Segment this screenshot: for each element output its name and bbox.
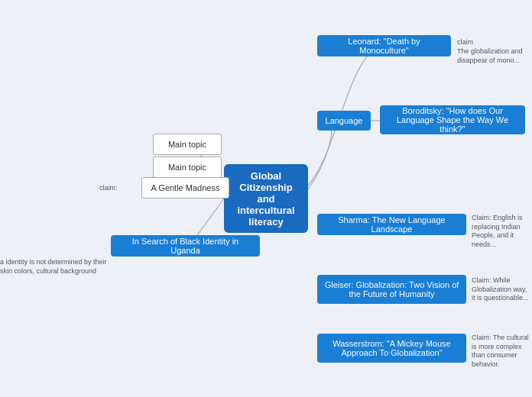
boroditsky-label: Boroditsky: "How does Our Language Shape… (386, 106, 519, 134)
gleiser-claim: Claim: While Globalization way, it is qu… (472, 276, 532, 303)
main-topic-1-label: Main topic (168, 140, 206, 149)
wasserstrom-claim: Claim: The cultural is more complex than… (472, 334, 532, 370)
gentle-madness-claim-label: claim: (99, 184, 118, 192)
main-topic-1[interactable]: Main topic (153, 134, 222, 155)
leonard-claim: The globalization and disappear of mono.… (457, 47, 532, 65)
gentle-madness-label: A Gentle Madness (151, 183, 220, 192)
leonard-node[interactable]: Leonard: "Death by Monoculture" (317, 35, 451, 56)
leonard-label: Leonard: "Death by Monoculture" (325, 37, 443, 55)
gentle-madness-node[interactable]: A Gentle Madness (141, 177, 229, 198)
language-hub-node[interactable]: Language (317, 111, 371, 131)
boroditsky-node[interactable]: Boroditsky: "How does Our Language Shape… (380, 105, 525, 134)
gleiser-label: Gleiser: Globalization: Two Vision of th… (323, 280, 460, 299)
sharma-claim: Claim: English is replacing Indian Peopl… (472, 214, 532, 250)
black-identity-node[interactable]: In Search of Black Identity in Uganda (111, 235, 260, 257)
main-topic-2[interactable]: Main topic (153, 157, 222, 178)
sharma-node[interactable]: Sharma: The New Language Landscape (317, 214, 466, 235)
black-identity-label: In Search of Black Identity in Uganda (118, 237, 252, 255)
gleiser-node[interactable]: Gleiser: Globalization: Two Vision of th… (317, 275, 466, 304)
main-topic-2-label: Main topic (168, 163, 206, 172)
center-label: Global Citizenship and intercultural lit… (230, 170, 302, 228)
language-hub-label: Language (326, 116, 363, 125)
sharma-label: Sharma: The New Language Landscape (325, 215, 459, 234)
black-identity-claim: a identity is not determined by their sk… (0, 258, 111, 276)
wasserstrom-label: Wasserstrom: "A Mickey Mouse Approach To… (323, 339, 460, 357)
leonard-claim-label: claim (457, 38, 473, 46)
center-node[interactable]: Global Citizenship and intercultural lit… (224, 164, 308, 233)
wasserstrom-node[interactable]: Wasserstrom: "A Mickey Mouse Approach To… (317, 334, 466, 363)
